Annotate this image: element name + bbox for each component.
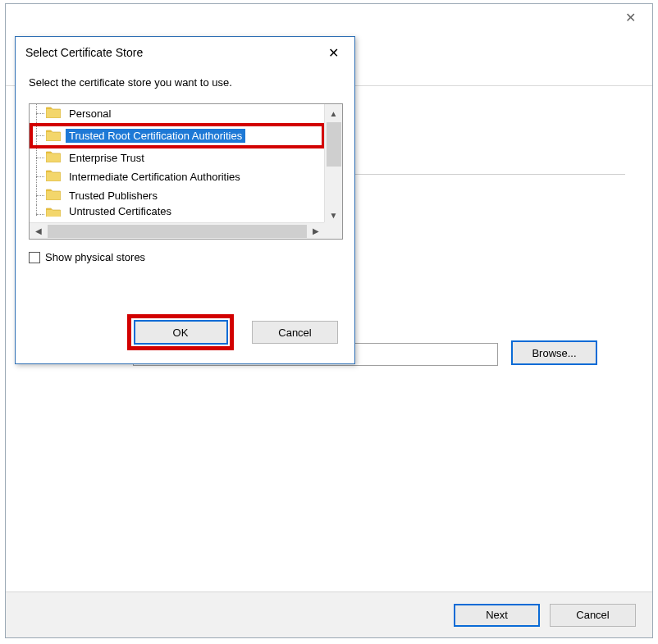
dialog-body: Select the certificate store you want to…	[16, 68, 354, 263]
tree-connector	[36, 126, 44, 145]
close-icon: ✕	[328, 45, 339, 61]
tree-item[interactable]: Untrusted Certificates	[30, 205, 325, 217]
tree-item[interactable]: Trusted Publishers	[30, 186, 325, 205]
wizard-footer: Next Cancel	[6, 591, 652, 637]
tree-item-label: Untrusted Certificates	[66, 205, 175, 217]
wizard-cancel-button-label: Cancel	[576, 609, 609, 621]
folder-icon	[46, 208, 61, 217]
show-physical-stores-checkbox[interactable]	[29, 252, 40, 263]
tree-item[interactable]: Intermediate Certification Authorities	[30, 167, 325, 186]
tree-viewport: Personal Trusted Root Certification Auth…	[30, 104, 325, 226]
dialog-button-row: OK Cancel	[16, 314, 354, 350]
tree-connector	[36, 104, 44, 123]
folder-icon	[46, 107, 61, 118]
tree-connector	[36, 148, 44, 167]
browse-button[interactable]: Browse...	[511, 340, 597, 365]
tree-item[interactable]: Enterprise Trust	[30, 148, 325, 167]
next-button-label: Next	[486, 609, 508, 621]
dialog-title: Select Certificate Store	[25, 46, 317, 59]
show-physical-stores-row: Show physical stores	[29, 251, 341, 263]
tree-item[interactable]: Trusted Root Certification Authorities	[30, 123, 325, 148]
close-icon: ✕	[625, 10, 636, 25]
scroll-down-icon[interactable]: ▼	[325, 206, 342, 224]
certificate-store-tree: Personal Trusted Root Certification Auth…	[29, 103, 343, 240]
tree-item-label: Enterprise Trust	[66, 151, 148, 165]
dialog-cancel-button-label: Cancel	[278, 327, 311, 339]
wizard-titlebar: ✕	[6, 4, 652, 37]
dialog-titlebar: Select Certificate Store ✕	[16, 37, 354, 68]
tree-connector	[36, 167, 44, 186]
tree-item-label: Trusted Publishers	[66, 189, 161, 203]
scroll-up-icon[interactable]: ▲	[325, 104, 342, 122]
next-button[interactable]: Next	[454, 604, 540, 627]
tree-item[interactable]: Personal	[30, 104, 325, 123]
scroll-right-icon[interactable]: ▶	[307, 223, 325, 239]
select-certificate-store-dialog: Select Certificate Store ✕ Select the ce…	[15, 36, 355, 364]
dialog-cancel-button[interactable]: Cancel	[252, 321, 338, 344]
folder-icon	[46, 170, 61, 181]
tree-connector	[36, 205, 44, 217]
vertical-scroll-thumb[interactable]	[327, 122, 341, 167]
tree-item-label: Intermediate Certification Authorities	[66, 170, 244, 184]
ok-button[interactable]: OK	[134, 320, 228, 345]
ok-button-highlight: OK	[127, 314, 234, 350]
scrollbar-corner	[324, 222, 342, 239]
browse-button-label: Browse...	[532, 347, 576, 359]
folder-icon	[46, 189, 61, 200]
dialog-instruction: Select the certificate store you want to…	[29, 76, 341, 89]
horizontal-scroll-thumb[interactable]	[48, 225, 307, 238]
wizard-close-button[interactable]: ✕	[611, 4, 649, 30]
show-physical-stores-label: Show physical stores	[45, 251, 145, 263]
ok-button-label: OK	[173, 327, 189, 339]
tree-item-label: Personal	[66, 107, 114, 121]
folder-icon	[46, 151, 61, 162]
scroll-left-icon[interactable]: ◀	[30, 223, 48, 239]
dialog-close-button[interactable]: ✕	[317, 40, 350, 65]
tree-connector	[36, 186, 44, 205]
folder-icon	[46, 130, 61, 141]
tree-item-label: Trusted Root Certification Authorities	[66, 129, 245, 143]
tree-vertical-scrollbar[interactable]: ▲ ▼	[324, 104, 342, 224]
wizard-cancel-button[interactable]: Cancel	[550, 604, 636, 627]
tree-horizontal-scrollbar[interactable]: ◀ ▶	[30, 222, 325, 239]
